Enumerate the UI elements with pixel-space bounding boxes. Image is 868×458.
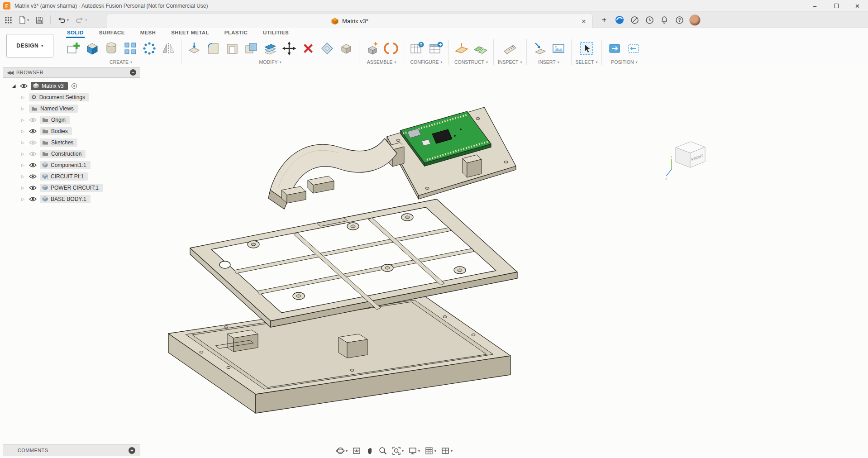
tree-row-named-views[interactable]: ▷ Named Views — [3, 103, 140, 114]
tree-row-component1[interactable]: ▷ Component1:1 — [3, 159, 140, 171]
history-clock-icon[interactable] — [644, 15, 654, 25]
expand-icon[interactable]: ▷ — [20, 152, 26, 156]
visibility-eye-off-icon[interactable] — [29, 140, 37, 145]
move-icon[interactable] — [281, 39, 298, 58]
redo-button[interactable]: ▾ — [76, 17, 87, 24]
workspace-selector[interactable]: DESIGN ▾ — [6, 34, 53, 57]
midplane-icon[interactable] — [472, 39, 489, 58]
visibility-eye-icon[interactable] — [29, 174, 37, 179]
group-label-insert[interactable]: INSERT — [538, 59, 559, 65]
visibility-eye-icon[interactable] — [20, 83, 28, 89]
viewports-button[interactable]: ▾ — [441, 446, 453, 455]
tab-utilities[interactable]: UTILITIES — [262, 28, 290, 38]
tab-solid[interactable]: SOLID — [66, 28, 85, 38]
display-settings-button[interactable]: ▾ — [408, 446, 420, 455]
new-component-icon[interactable] — [363, 39, 381, 58]
fit-button[interactable]: ▾ — [392, 446, 404, 455]
expand-icon[interactable]: ▷ — [20, 174, 26, 179]
expand-icon[interactable]: ▷ — [20, 106, 26, 111]
view-cube[interactable]: FRONT Y Z — [664, 136, 719, 181]
group-label-assemble[interactable]: ASSEMBLE — [367, 59, 396, 65]
create-sketch-icon[interactable] — [65, 39, 82, 58]
joint-icon[interactable] — [382, 39, 400, 58]
visibility-eye-off-icon[interactable] — [29, 151, 37, 157]
tree-row-base-body[interactable]: ▷ BASE BODY:1 — [3, 193, 140, 205]
fillet-icon[interactable] — [205, 39, 222, 58]
close-tab-button[interactable]: ✕ — [580, 17, 588, 25]
avatar[interactable] — [689, 14, 701, 26]
pan-button[interactable] — [366, 446, 374, 455]
orbit-button[interactable]: ▾ — [336, 446, 348, 455]
minimize-button[interactable]: – — [804, 0, 825, 12]
press-pull-icon[interactable] — [186, 39, 203, 58]
sphere-icon[interactable] — [141, 39, 158, 58]
cylinder-icon[interactable] — [103, 39, 120, 58]
tree-item[interactable]: Sketches — [40, 138, 77, 147]
tree-item[interactable]: Named Views — [29, 105, 78, 113]
group-label-configure[interactable]: CONFIGURE — [410, 59, 442, 65]
expand-icon[interactable]: ▷ — [20, 163, 26, 167]
expand-icon[interactable]: ▷ — [20, 197, 26, 201]
collapse-panel-icon[interactable]: ◀◀ — [7, 70, 13, 76]
tree-item[interactable]: POWER CIRCUIT:1 — [40, 184, 103, 192]
tree-row-document-settings[interactable]: ▷ ⚙ Document Settings — [3, 91, 140, 103]
file-menu-button[interactable]: ▾ — [19, 16, 29, 24]
tree-row-circuit-pi[interactable]: ▷ CIRCUIT PI:1 — [3, 171, 140, 182]
canvas-icon[interactable] — [550, 39, 567, 58]
expand-icon[interactable]: ▷ — [20, 118, 26, 122]
extensions-icon[interactable] — [630, 15, 639, 25]
expand-icon[interactable]: ◢ — [11, 83, 17, 88]
mirror-icon[interactable] — [160, 39, 177, 58]
tree-item[interactable]: Construction — [40, 150, 86, 158]
offset-face-icon[interactable] — [262, 39, 279, 58]
replace-face-icon[interactable] — [338, 39, 355, 58]
tab-plastic[interactable]: PLASTIC — [224, 28, 248, 38]
visibility-eye-icon[interactable] — [29, 196, 37, 202]
maximize-button[interactable] — [825, 0, 847, 12]
scale-icon[interactable] — [319, 39, 336, 58]
tab-surface[interactable]: SURFACE — [98, 28, 126, 38]
visibility-eye-icon[interactable] — [29, 185, 37, 191]
measure-icon[interactable] — [501, 39, 519, 58]
tree-item[interactable]: Component1:1 — [40, 161, 91, 169]
select-icon[interactable] — [578, 39, 595, 58]
tree-item[interactable]: Bodies — [40, 127, 72, 135]
shell-icon[interactable] — [224, 39, 241, 58]
visibility-eye-icon[interactable] — [29, 162, 37, 168]
activate-component-radio[interactable] — [71, 83, 77, 89]
new-document-button[interactable]: + — [599, 15, 609, 25]
tree-item[interactable]: BASE BODY:1 — [40, 195, 91, 203]
configuration-icon[interactable] — [408, 39, 425, 58]
grid-snaps-button[interactable]: ▾ — [424, 446, 436, 455]
visibility-eye-icon[interactable] — [29, 129, 37, 134]
document-tab[interactable]: Matrix v3* ✕ — [107, 14, 593, 28]
save-button[interactable] — [36, 16, 43, 24]
collapse-all-button[interactable]: − — [130, 69, 136, 76]
close-button[interactable]: ✕ — [847, 0, 868, 12]
notifications-bell-icon[interactable] — [659, 15, 669, 25]
group-label-position[interactable]: POSITION — [611, 59, 637, 65]
app-grid-icon[interactable] — [5, 16, 12, 24]
tree-item[interactable]: Origin — [40, 116, 70, 124]
add-comment-button[interactable]: + — [129, 447, 135, 454]
delete-icon[interactable] — [300, 39, 317, 58]
combine-icon[interactable] — [243, 39, 260, 58]
tree-item[interactable]: ⚙ Document Settings — [29, 93, 89, 101]
box-icon[interactable] — [84, 39, 101, 58]
expand-icon[interactable]: ▷ — [20, 140, 26, 145]
comments-bar[interactable]: COMMENTS + — [3, 444, 140, 456]
tree-row-sketches[interactable]: ▷ Sketches — [3, 137, 140, 148]
expand-icon[interactable]: ▷ — [20, 186, 26, 190]
tab-mesh[interactable]: MESH — [139, 28, 157, 38]
group-label-create[interactable]: CREATE — [110, 59, 132, 65]
tree-row-root[interactable]: ◢ Matrix v3 — [3, 80, 140, 91]
group-label-modify[interactable]: MODIFY — [259, 59, 281, 65]
help-icon[interactable]: ? — [674, 15, 684, 25]
expand-icon[interactable]: ▷ — [20, 95, 26, 100]
tree-row-origin[interactable]: ▷ Origin — [3, 114, 140, 125]
group-label-inspect[interactable]: INSPECT — [498, 59, 522, 65]
job-status-icon[interactable] — [615, 15, 625, 25]
tree-row-construction[interactable]: ▷ Construction — [3, 148, 140, 159]
tab-sheet-metal[interactable]: SHEET METAL — [170, 28, 210, 38]
expand-icon[interactable]: ▷ — [20, 129, 26, 134]
